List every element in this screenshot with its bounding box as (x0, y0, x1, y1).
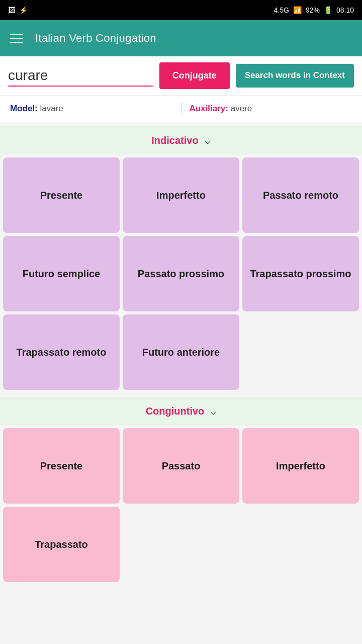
congiuntivo-tile-imperfetto[interactable]: Imperfetto (242, 428, 359, 504)
signal-icon: 📶 (293, 6, 302, 14)
hamburger-menu-button[interactable] (10, 34, 23, 43)
bottom-spacer (0, 585, 362, 605)
meta-divider (181, 103, 182, 115)
congiuntivo-grid: Presente Passato Imperfetto Trapassato (0, 425, 362, 585)
model-label: Model: (10, 104, 38, 113)
auxiliary-value: avere (231, 104, 252, 113)
indicativo-grid: Presente Imperfetto Passato remoto Futur… (0, 154, 362, 393)
status-bar: 🖼 ⚡ 4.5G 📶 92% 🔋 08:10 (0, 0, 362, 20)
verb-search-input[interactable] (8, 65, 153, 86)
indicativo-chevron-icon: ⌵ (205, 134, 211, 146)
search-words-context-button[interactable]: Search words in Context (236, 64, 354, 87)
network-indicator: 4.5G (274, 6, 289, 14)
search-row: Conjugate Search words in Context (0, 56, 362, 96)
conjugate-button[interactable]: Conjugate (159, 62, 230, 89)
search-input-wrapper (8, 65, 153, 87)
auxiliary-info: Auxiliary: avere (190, 104, 352, 114)
congiuntivo-tile-trapassato[interactable]: Trapassato (3, 507, 120, 582)
congiuntivo-chevron-icon: ⌵ (210, 405, 216, 417)
indicativo-tile-passato-remoto[interactable]: Passato remoto (242, 157, 359, 233)
model-info: Model: lavare (10, 104, 173, 114)
image-icon: 🖼 (8, 6, 15, 14)
congiuntivo-title: Congiuntivo (146, 406, 205, 417)
clock: 08:10 (336, 6, 354, 14)
congiuntivo-tile-passato[interactable]: Passato (123, 428, 239, 504)
indicativo-tile-imperfetto[interactable]: Imperfetto (123, 157, 239, 233)
app-bar: Italian Verb Conjugation (0, 20, 362, 56)
battery-level: 92% (306, 6, 320, 14)
auxiliary-label: Auxiliary: (190, 104, 228, 113)
indicativo-tile-passato-prossimo[interactable]: Passato prossimo (123, 236, 239, 311)
indicativo-tile-trapassato-remoto[interactable]: Trapassato remoto (3, 314, 120, 390)
indicativo-title: Indicativo (151, 135, 198, 146)
meta-row: Model: lavare Auxiliary: avere (0, 96, 362, 122)
congiuntivo-tile-empty-1 (123, 507, 239, 582)
app-title: Italian Verb Conjugation (35, 32, 156, 45)
status-left-icons: 🖼 ⚡ (8, 6, 28, 14)
flash-icon: ⚡ (19, 6, 28, 14)
congiuntivo-tile-presente[interactable]: Presente (3, 428, 120, 504)
congiuntivo-section-header[interactable]: Congiuntivo ⌵ (0, 397, 362, 425)
indicativo-section-header[interactable]: Indicativo ⌵ (0, 126, 362, 154)
indicativo-tile-trapassato-prossimo[interactable]: Trapassato prossimo (242, 236, 359, 311)
battery-icon: 🔋 (324, 6, 332, 14)
indicativo-tile-empty (242, 314, 359, 390)
congiuntivo-tile-empty-2 (242, 507, 359, 582)
model-value: lavare (40, 104, 63, 113)
indicativo-tile-futuro-semplice[interactable]: Futuro semplice (3, 236, 120, 311)
indicativo-tile-presente[interactable]: Presente (3, 157, 120, 233)
indicativo-tile-futuro-anteriore[interactable]: Futuro anteriore (123, 314, 239, 390)
